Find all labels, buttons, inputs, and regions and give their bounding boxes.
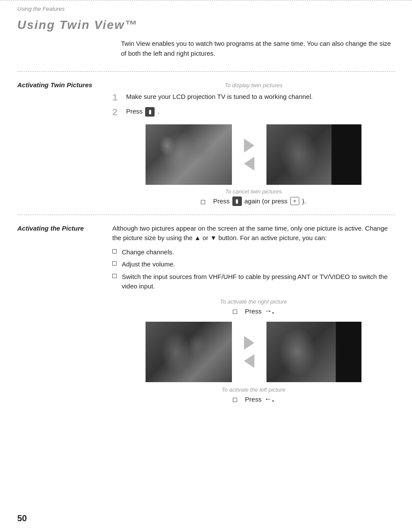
section-activating-picture: Activating the Picture Although two pict… — [0, 219, 412, 408]
section2-heading: Activating the Picture — [17, 224, 104, 233]
step-2: 2 Press ▮ . — [112, 107, 395, 118]
right-picture-images — [112, 322, 395, 382]
right-picture-title: To activate the right picture — [112, 298, 395, 305]
twin-view-images — [112, 124, 395, 185]
section1-heading: Activating Twin Pictures — [17, 80, 104, 89]
breadcrumb: Using the Features — [0, 1, 412, 15]
section1-right: To display twin pictures 1 Make sure you… — [112, 80, 395, 206]
left-press-label: Press — [245, 396, 261, 403]
left-picture-title: To activate the left picture — [112, 386, 395, 393]
source-image-scene — [146, 124, 232, 185]
section2-bullets: Change channels. Adjust the volume. Swit… — [112, 247, 395, 291]
cancel-title: To cancel twin pictures — [112, 188, 395, 195]
source-image — [146, 124, 232, 185]
section2-left: Activating the Picture — [17, 224, 112, 404]
page-number: 50 — [17, 513, 27, 523]
right-main-pane — [266, 322, 336, 382]
right-bullet — [233, 310, 237, 314]
bullet-volume: Adjust the volume. — [112, 260, 395, 269]
steps-list: 1 Make sure your LCD projection TV is tu… — [112, 92, 395, 118]
bullet-channels-text: Change channels. — [122, 247, 174, 257]
right-arrow-symbol: →. — [264, 307, 274, 316]
arrow-left-icon — [244, 157, 254, 171]
twin-sub-pane — [331, 124, 361, 185]
arrows-col — [232, 130, 266, 179]
left-picture-line: Press ←. — [112, 395, 395, 404]
bullet-sq-2 — [112, 261, 117, 266]
section2-right: Although two pictures appear on the scre… — [112, 224, 395, 404]
cancel-line: Press ▮ again (or press + ). — [112, 196, 395, 206]
twin-result-image — [266, 124, 361, 185]
bullet-input-text: Switch the input sources from VHF/UHF to… — [122, 272, 395, 291]
cancel-press-label: Press — [213, 197, 229, 205]
section-activating-twin: Activating Twin Pictures To display twin… — [0, 76, 412, 210]
cancel-note: To cancel twin pictures Press ▮ again (o… — [112, 188, 395, 206]
cancel-plus-button: + — [290, 197, 300, 205]
twin-view-button-icon: ▮ — [145, 107, 155, 117]
right-sub-pane — [336, 322, 361, 382]
bullet-input: Switch the input sources from VHF/UHF to… — [112, 272, 395, 291]
section2-intro: Although two pictures appear on the scre… — [112, 224, 395, 243]
right-press-label: Press — [245, 307, 261, 315]
arrow-right-icon — [244, 139, 254, 152]
section2-divider — [17, 215, 395, 215]
step-1: 1 Make sure your LCD projection TV is tu… — [112, 92, 395, 103]
bullet-sq-3 — [112, 274, 117, 278]
right-result-image — [266, 322, 361, 382]
arrow-left-icon-2 — [244, 354, 254, 368]
left-arrow-symbol: ←. — [264, 395, 274, 404]
cancel-again-text: again (or press — [244, 197, 288, 205]
intro-text: Twin View enables you to watch two progr… — [0, 39, 412, 67]
step-2-press-label: Press — [126, 107, 143, 117]
bullet-sq-1 — [112, 249, 117, 253]
arrow-right-icon-2 — [244, 336, 254, 350]
source-image-2-scene — [146, 322, 232, 382]
left-bullet — [233, 398, 237, 402]
step-2-period: . — [157, 107, 159, 117]
arrows-col-2 — [232, 327, 266, 377]
step-2-num: 2 — [112, 107, 121, 118]
bullet-channels: Change channels. — [112, 247, 395, 257]
left-picture-note: To activate the left picture Press ←. — [112, 386, 395, 404]
step-1-num: 1 — [112, 92, 121, 103]
right-picture-note: To activate the right picture Press →. — [112, 298, 395, 316]
twin-main-pane — [266, 124, 331, 185]
subsection-display-twin: To display twin pictures — [112, 82, 395, 89]
section1-left: Activating Twin Pictures — [17, 80, 112, 206]
step-2-text: Press ▮ . — [126, 107, 159, 117]
step-1-text: Make sure your LCD projection TV is tune… — [126, 92, 313, 102]
cancel-bullet — [201, 200, 205, 204]
right-picture-line: Press →. — [112, 307, 395, 316]
cancel-end: ). — [302, 197, 306, 205]
cancel-twin-button: ▮ — [232, 196, 242, 206]
bullet-volume-text: Adjust the volume. — [122, 260, 175, 269]
section1-divider — [17, 71, 395, 72]
source-image-2 — [146, 322, 232, 382]
page-title: Using Twin View™ — [0, 15, 412, 39]
